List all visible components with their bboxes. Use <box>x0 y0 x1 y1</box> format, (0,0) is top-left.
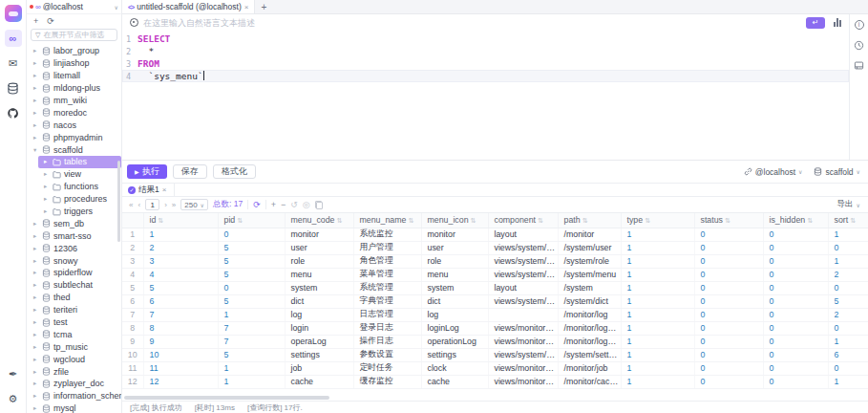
table-row[interactable]: 110monitor系统监控monitorlayout/monitor1001 <box>122 228 868 241</box>
chevron-right-icon[interactable]: ▸ <box>33 245 39 252</box>
cell-path[interactable]: /system/user <box>558 241 621 254</box>
cell-type[interactable]: 1 <box>621 294 694 308</box>
cell-menu_icon[interactable]: dict <box>421 294 488 308</box>
cell-type[interactable]: 1 <box>621 321 694 335</box>
cell-is_hidden[interactable]: 0 <box>763 308 828 321</box>
cell-pid[interactable]: 7 <box>218 335 285 348</box>
cell-menu_name[interactable]: 日志管理 <box>353 308 421 321</box>
cell-is_hidden[interactable]: 0 <box>763 228 828 241</box>
sort-icon[interactable]: ⇅ <box>237 217 243 224</box>
cell-status[interactable]: 0 <box>694 361 763 375</box>
last-page-button[interactable]: » <box>172 201 176 209</box>
tree-item-spiderflow[interactable]: ▸spiderflow <box>27 267 121 279</box>
cell-pid[interactable]: 5 <box>218 348 285 361</box>
cell-type[interactable]: 1 <box>621 361 694 375</box>
cell-sort[interactable]: 2 <box>828 308 868 321</box>
tree-item-information_schema[interactable]: ▸information_schema <box>27 390 121 402</box>
cell-path[interactable]: /system/role <box>558 254 621 268</box>
next-page-button[interactable]: › <box>164 201 167 209</box>
cell-is_hidden[interactable]: 0 <box>763 241 828 254</box>
chevron-right-icon[interactable]: ▸ <box>33 220 39 228</box>
chevron-right-icon[interactable]: ▸ <box>44 158 50 165</box>
cell-status[interactable]: 0 <box>694 281 763 294</box>
cell-path[interactable]: /monitor/log/operation <box>558 335 621 348</box>
chevron-right-icon[interactable]: ▸ <box>44 195 50 203</box>
cell-menu_icon[interactable]: loginLog <box>421 321 488 335</box>
cell-menu_icon[interactable]: system <box>421 281 488 294</box>
sidebar-scrollbar[interactable] <box>117 161 120 242</box>
cell-id[interactable]: 12 <box>143 375 218 388</box>
tree-item-zfile[interactable]: ▸zfile <box>27 365 121 378</box>
tree-item-scaffold[interactable]: ▾scaffold <box>27 143 121 156</box>
cell-status[interactable]: 0 <box>694 268 763 281</box>
cell-status[interactable]: 0 <box>694 254 763 268</box>
cell-menu_icon[interactable]: cache <box>421 375 488 388</box>
cell-menu_name[interactable]: 操作日志 <box>353 335 421 348</box>
cell-id[interactable]: 5 <box>143 281 218 294</box>
delete-row-icon[interactable]: − <box>281 200 286 209</box>
cell-pid[interactable]: 5 <box>218 268 285 281</box>
cell-component[interactable]: views/monitor/log/operation <box>488 335 558 348</box>
cell-menu_icon[interactable]: operationLog <box>421 335 488 348</box>
cell-is_hidden[interactable]: 0 <box>763 281 828 294</box>
refresh-icon[interactable]: ⟳ <box>47 16 54 26</box>
cell-pid[interactable]: 5 <box>218 241 285 254</box>
horizontal-scrollbar[interactable] <box>124 396 329 400</box>
cell-sort[interactable]: 1 <box>828 228 868 241</box>
sort-icon[interactable]: ⇅ <box>807 217 813 224</box>
cell-path[interactable]: /system/menu <box>558 268 621 281</box>
cell-menu_icon[interactable]: role <box>421 254 488 268</box>
cell-path[interactable]: /monitor/log/login <box>558 321 621 335</box>
add-row-icon[interactable]: + <box>271 200 276 209</box>
cell-component[interactable]: views/system/settings <box>488 348 558 361</box>
cell-sort[interactable]: 0 <box>828 321 868 335</box>
cell-menu_code[interactable]: settings <box>285 348 353 361</box>
col-header-menu_code[interactable]: menu_code⇅ <box>285 213 353 228</box>
chevron-right-icon[interactable]: ▸ <box>33 269 39 276</box>
code-line-3[interactable]: 3FROM <box>122 57 849 70</box>
cell-menu_name[interactable]: 系统监控 <box>353 228 421 241</box>
tree-filter-box[interactable]: ▽ <box>31 29 117 41</box>
tree-item-sem_db[interactable]: ▸sem_db <box>27 217 121 229</box>
sort-icon[interactable]: ⇅ <box>850 217 856 224</box>
col-header-id[interactable]: id⇅ <box>143 213 218 228</box>
cell-type[interactable]: 1 <box>621 348 694 361</box>
cell-pid[interactable]: 1 <box>218 308 285 321</box>
cell-pid[interactable]: 0 <box>218 281 285 294</box>
cell-is_hidden[interactable]: 0 <box>763 254 828 268</box>
cell-sort[interactable]: 1 <box>828 335 868 348</box>
export-dropdown[interactable]: 导出 ∨ <box>837 199 860 210</box>
sort-icon[interactable]: ⇅ <box>538 217 543 224</box>
cell-menu_code[interactable]: user <box>285 241 353 254</box>
cell-component[interactable] <box>488 308 558 321</box>
cell-menu_icon[interactable]: menu <box>421 268 488 281</box>
cell-pid[interactable]: 5 <box>218 254 285 268</box>
table-row[interactable]: 665dict字典管理dictviews/system/dict/system/… <box>122 294 868 308</box>
settings-gear-icon[interactable]: ⚙ <box>5 390 22 407</box>
chevron-right-icon[interactable]: ▸ <box>33 318 39 326</box>
cell-id[interactable]: 3 <box>143 254 218 268</box>
copy-icon[interactable] <box>315 201 323 209</box>
cell-type[interactable]: 1 <box>621 268 694 281</box>
run-button[interactable]: ▶ 执行 <box>127 164 167 179</box>
cell-id[interactable]: 1 <box>143 228 218 241</box>
code-lines[interactable]: 1SELECT2 *3FROM4 `sys_menu` <box>122 31 849 82</box>
tree-item-litemall[interactable]: ▸litemall <box>27 70 121 82</box>
table-row[interactable]: 445menu菜单管理menuviews/system/menu/system/… <box>122 268 868 281</box>
refresh-icon[interactable]: ⟳ <box>253 200 261 209</box>
table-row[interactable]: 12121cache缓存监控cacheviews/monitor/cache/m… <box>122 375 868 388</box>
table-row[interactable]: 10105settings参数设置settingsviews/system/se… <box>122 348 868 361</box>
cell-id[interactable]: 9 <box>143 335 218 348</box>
cell-menu_name[interactable]: 菜单管理 <box>353 268 421 281</box>
code-line-4[interactable]: 4 `sys_menu` <box>122 70 849 82</box>
chevron-right-icon[interactable]: ▸ <box>33 59 39 67</box>
cell-sort[interactable]: 1 <box>828 254 868 268</box>
ai-submit-button[interactable]: ↵ <box>806 17 825 29</box>
page-size-select[interactable]: 250 ∨ <box>180 199 208 210</box>
col-header-is_hidden[interactable]: is_hidden⇅ <box>763 213 828 228</box>
chevron-right-icon[interactable]: ▸ <box>33 72 39 79</box>
cell-component[interactable]: views/system/user <box>488 241 558 254</box>
cell-menu_icon[interactable]: monitor <box>421 228 488 241</box>
prev-page-button[interactable]: ‹ <box>138 201 140 209</box>
tree-item-smart-sso[interactable]: ▸smart-sso <box>27 229 121 242</box>
